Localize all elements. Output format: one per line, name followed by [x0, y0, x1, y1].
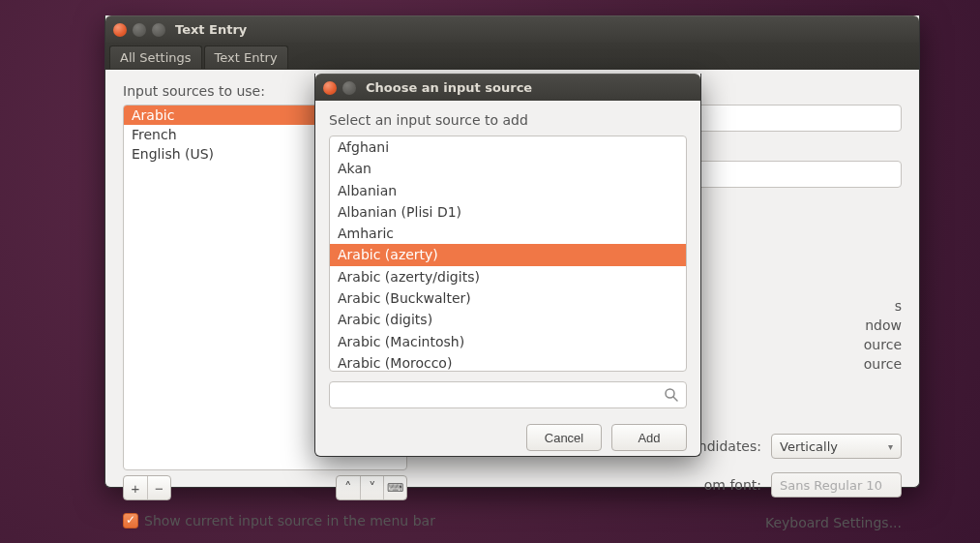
picker-item[interactable]: Albanian — [330, 180, 686, 201]
svg-line-1 — [673, 397, 677, 401]
hidden-row-4: ource — [864, 356, 902, 372]
menu-bar-checkbox-label: Show current input source in the menu ba… — [144, 513, 435, 528]
keyboard-layout-button[interactable]: ⌨ — [383, 476, 406, 499]
dialog-label: Select an input source to add — [329, 112, 687, 128]
hidden-row-3: ource — [864, 337, 902, 352]
font-label: om font: — [704, 477, 761, 493]
font-value: Sans Regular 10 — [780, 478, 882, 493]
picker-item-selected[interactable]: Arabic (azerty) — [330, 244, 686, 265]
sources-toolbar: + − ˄ ˅ ⌨ — [123, 475, 407, 500]
picker-item[interactable]: Afghani — [330, 136, 686, 158]
candidates-value: Vertically — [780, 439, 838, 454]
picker-item[interactable]: Arabic (Morocco) — [330, 352, 686, 372]
tab-text-entry[interactable]: Text Entry — [204, 45, 288, 69]
caret-down-icon: ▾ — [888, 441, 893, 452]
candidates-label: ndidates: — [698, 438, 761, 454]
move-up-button[interactable]: ˄ — [337, 476, 360, 499]
dialog-title: Choose an input source — [366, 80, 532, 95]
hidden-row-1: s — [895, 298, 902, 314]
add-remove-group: + − — [123, 475, 171, 500]
picker-item[interactable]: Arabic (azerty/digits) — [330, 266, 686, 287]
cancel-button[interactable]: Cancel — [526, 424, 602, 451]
picker-item[interactable]: Amharic — [330, 223, 686, 244]
maximize-icon[interactable] — [152, 23, 165, 37]
picker-item[interactable]: Arabic (Buckwalter) — [330, 287, 686, 309]
picker-item[interactable]: Akan — [330, 158, 686, 179]
tab-all-settings[interactable]: All Settings — [109, 45, 202, 69]
add-button[interactable]: Add — [611, 424, 687, 451]
reorder-group: ˄ ˅ ⌨ — [336, 475, 407, 500]
remove-source-button[interactable]: − — [147, 476, 170, 499]
keyboard-settings-link[interactable]: Keyboard Settings... — [765, 515, 902, 530]
dialog-restore-icon[interactable] — [342, 81, 356, 95]
main-titlebar[interactable]: Text Entry — [105, 15, 919, 43]
checkbox-checked-icon[interactable] — [123, 513, 138, 528]
main-title: Text Entry — [175, 22, 247, 37]
sources-label: Input sources to use: — [123, 83, 265, 99]
hidden-row-2: ndow — [865, 317, 902, 333]
search-icon — [664, 387, 679, 403]
picker-item[interactable]: Arabic (digits) — [330, 309, 686, 330]
input-source-picker[interactable]: Afghani Akan Albanian Albanian (Plisi D1… — [329, 136, 687, 372]
font-button[interactable]: Sans Regular 10 — [771, 472, 902, 498]
picker-item[interactable]: Arabic (Macintosh) — [330, 331, 686, 352]
add-source-button[interactable]: + — [124, 476, 147, 499]
choose-input-source-dialog: Choose an input source Select an input s… — [314, 74, 701, 457]
menu-bar-checkbox-row[interactable]: Show current input source in the menu ba… — [123, 513, 435, 528]
search-input[interactable] — [329, 381, 687, 408]
close-icon[interactable] — [113, 23, 127, 37]
dialog-close-icon[interactable] — [323, 81, 337, 95]
move-down-button[interactable]: ˅ — [360, 476, 383, 499]
candidates-combo[interactable]: Vertically ▾ — [771, 434, 902, 459]
minimize-icon[interactable] — [133, 23, 146, 37]
breadcrumb-bar: All Settings Text Entry — [105, 43, 919, 70]
dialog-titlebar[interactable]: Choose an input source — [315, 74, 700, 101]
picker-item[interactable]: Albanian (Plisi D1) — [330, 201, 686, 223]
